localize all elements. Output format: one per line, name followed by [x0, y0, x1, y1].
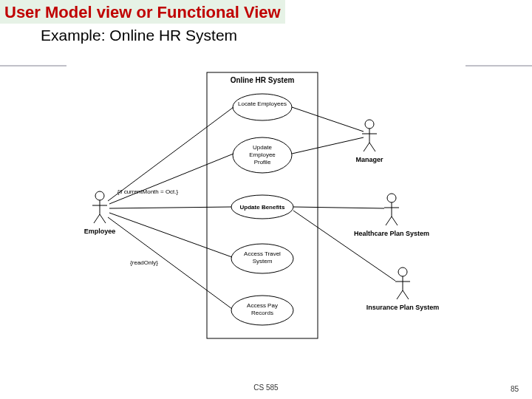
- actor-manager: Manager: [355, 120, 383, 163]
- svg-line-36: [403, 290, 409, 299]
- svg-line-17: [94, 214, 100, 223]
- usecase-diagram: Online HR System Locate Employees Update…: [0, 66, 532, 362]
- svg-text:Healthcare Plan System: Healthcare Plan System: [354, 230, 429, 237]
- svg-line-24: [369, 143, 375, 151]
- svg-point-0: [233, 94, 292, 120]
- svg-line-30: [392, 216, 398, 225]
- actor-healthcare: Healthcare Plan System: [354, 194, 429, 237]
- svg-text:Employee: Employee: [249, 151, 276, 158]
- svg-text:Manager: Manager: [355, 156, 383, 163]
- assoc-employee-uc2: [109, 154, 233, 204]
- system-name-label: Online HR System: [231, 76, 295, 84]
- svg-point-14: [95, 191, 104, 200]
- assoc-employee-uc1: [108, 107, 233, 201]
- footer-course: CS 585: [253, 383, 278, 392]
- assoc-employee-uc4: [109, 213, 232, 257]
- svg-point-32: [398, 267, 407, 276]
- svg-line-29: [386, 216, 392, 225]
- note-readonly: {readOnly}: [130, 259, 158, 266]
- actor-insurance: Insurance Plan System: [366, 267, 440, 311]
- svg-point-20: [365, 120, 374, 129]
- svg-text:System: System: [253, 258, 273, 265]
- svg-text:Update: Update: [253, 144, 272, 151]
- svg-line-35: [397, 290, 403, 299]
- usecase-access-travel-system: Access Travel System: [231, 244, 293, 273]
- usecase-update-employee-profile: Update Employee Profile: [233, 137, 292, 173]
- assoc-manager-uc2: [292, 137, 364, 154]
- svg-line-23: [364, 143, 369, 151]
- usecase-locate-employees: Locate Employees: [233, 94, 292, 120]
- assoc-healthcare-uc3: [293, 207, 384, 208]
- assoc-insurance-uc3: [293, 211, 395, 281]
- page-subtitle: Example: Online HR System: [41, 27, 532, 44]
- usecase-update-benefits: Update Benefits: [231, 195, 293, 219]
- svg-text:Access Travel: Access Travel: [244, 250, 281, 257]
- note-currentmonth: {if currentMonth = Oct.}: [117, 188, 179, 195]
- assoc-employee-uc3: [109, 207, 231, 208]
- svg-text:Locate Employees: Locate Employees: [238, 100, 287, 107]
- usecase-access-pay-records: Access Pay Records: [231, 296, 293, 325]
- assoc-manager-uc1: [292, 107, 364, 132]
- page-title: User Model view or Functional View: [0, 0, 285, 24]
- svg-line-18: [100, 214, 106, 223]
- footer-page-number: 85: [511, 385, 519, 393]
- svg-text:Insurance Plan System: Insurance Plan System: [366, 304, 440, 311]
- svg-text:Records: Records: [251, 310, 273, 316]
- svg-text:Profile: Profile: [254, 159, 271, 166]
- svg-point-26: [387, 194, 396, 202]
- assoc-employee-uc5: [108, 217, 232, 309]
- svg-text:Employee: Employee: [84, 228, 116, 235]
- svg-text:Update Benefits: Update Benefits: [240, 204, 285, 211]
- svg-text:Access Pay: Access Pay: [247, 302, 278, 309]
